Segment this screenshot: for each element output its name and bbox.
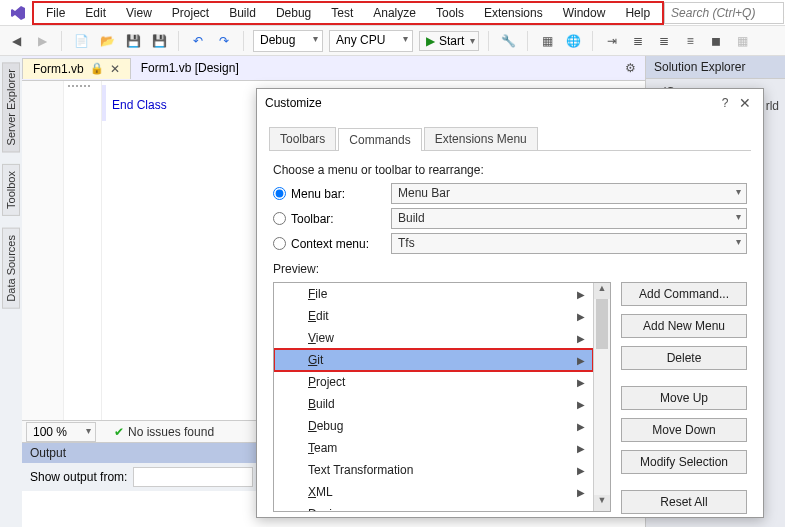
save-icon[interactable]: 💾 (123, 31, 143, 51)
preview-item-view[interactable]: View▶ (274, 327, 593, 349)
indent-icon[interactable]: ≣ (654, 31, 674, 51)
submenu-arrow-icon: ▶ (577, 289, 585, 300)
side-tab-data-sources[interactable]: Data Sources (2, 228, 20, 309)
undo-icon[interactable]: ↶ (188, 31, 208, 51)
nav-fwd-icon[interactable]: ▶ (32, 31, 52, 51)
platform-dropdown[interactable]: Any CPU (329, 30, 413, 52)
outline-margin (88, 81, 102, 420)
submenu-arrow-icon: ▶ (577, 509, 585, 512)
submenu-arrow-icon: ▶ (577, 377, 585, 388)
doc-tab-label: Form1.vb (33, 62, 84, 76)
scroll-thumb[interactable] (596, 299, 608, 349)
preview-item-team[interactable]: Team▶ (274, 437, 593, 459)
start-button[interactable]: ▶ Start (419, 31, 479, 51)
tab-commands[interactable]: Commands (338, 128, 421, 151)
radio-menu-bar[interactable]: Menu bar: (273, 187, 381, 201)
comment-icon[interactable]: ≡ (680, 31, 700, 51)
menu-extensions[interactable]: Extensions (474, 3, 553, 23)
menu-analyze[interactable]: Analyze (363, 3, 426, 23)
menu-project[interactable]: Project (162, 3, 219, 23)
instruction-label: Choose a menu or toolbar to rearrange: (273, 163, 747, 177)
submenu-arrow-icon: ▶ (577, 487, 585, 498)
more-icon[interactable]: ▦ (732, 31, 752, 51)
solution-explorer-title[interactable]: Solution Explorer (646, 56, 785, 79)
menu-edit[interactable]: Edit (75, 3, 116, 23)
preview-item-debug[interactable]: Debug▶ (274, 415, 593, 437)
menu-test[interactable]: Test (321, 3, 363, 23)
tab-options-icon[interactable]: ⚙ (621, 61, 639, 75)
add-new-menu-button[interactable]: Add New Menu (621, 314, 747, 338)
splitter-icon[interactable] (68, 85, 92, 95)
bookmark-icon[interactable]: ◼ (706, 31, 726, 51)
menu-window[interactable]: Window (553, 3, 616, 23)
preview-item-text-transformation[interactable]: Text Transformation▶ (274, 459, 593, 481)
open-icon[interactable]: 📂 (97, 31, 117, 51)
output-source-dropdown[interactable] (133, 467, 253, 487)
preview-scrollbar[interactable]: ▲ ▼ (593, 283, 610, 511)
submenu-arrow-icon: ▶ (577, 465, 585, 476)
doc-tab-inactive[interactable]: Form1.vb [Design] (131, 58, 249, 78)
menu-bar-dropdown[interactable]: Menu Bar (391, 183, 747, 204)
menu-tools[interactable]: Tools (426, 3, 474, 23)
preview-item-file[interactable]: File▶ (274, 283, 593, 305)
reset-all-button[interactable]: Reset All (621, 490, 747, 514)
close-icon[interactable]: ✕ (735, 95, 755, 111)
move-down-button[interactable]: Move Down (621, 418, 747, 442)
close-icon[interactable]: ✕ (110, 62, 120, 76)
menu-file[interactable]: File (36, 3, 75, 23)
start-label: Start (439, 34, 464, 48)
preview-list: File▶ Edit▶ View▶ Git▶ Project▶ Build▶ D… (273, 282, 611, 512)
preview-item-design[interactable]: Design▶ (274, 503, 593, 511)
preview-item-edit[interactable]: Edit▶ (274, 305, 593, 327)
move-up-button[interactable]: Move Up (621, 386, 747, 410)
preview-item-git[interactable]: Git▶ (274, 349, 593, 371)
browser-icon[interactable]: 🌐 (563, 31, 583, 51)
nav-back-icon[interactable]: ◀ (6, 31, 26, 51)
scroll-down-icon[interactable]: ▼ (594, 495, 610, 511)
radio-toolbar[interactable]: Toolbar: (273, 212, 381, 226)
search-input[interactable] (664, 2, 784, 24)
vs-logo-icon (10, 3, 26, 23)
submenu-arrow-icon: ▶ (577, 333, 585, 344)
outdent-icon[interactable]: ≣ (628, 31, 648, 51)
modify-selection-button[interactable]: Modify Selection (621, 450, 747, 474)
play-icon: ▶ (426, 34, 435, 48)
preview-item-build[interactable]: Build▶ (274, 393, 593, 415)
add-command-button[interactable]: Add Command... (621, 282, 747, 306)
editor-gutter (22, 81, 64, 420)
scroll-up-icon[interactable]: ▲ (594, 283, 610, 299)
delete-button[interactable]: Delete (621, 346, 747, 370)
submenu-arrow-icon: ▶ (577, 311, 585, 322)
menu-help[interactable]: Help (615, 3, 660, 23)
app-icon[interactable]: ▦ (537, 31, 557, 51)
preview-item-xml[interactable]: XML▶ (274, 481, 593, 503)
change-marker (102, 85, 106, 121)
new-project-icon[interactable]: 📄 (71, 31, 91, 51)
side-tab-server-explorer[interactable]: Server Explorer (2, 62, 20, 152)
check-icon: ✔ (114, 425, 124, 439)
radio-context-menu[interactable]: Context menu: (273, 237, 381, 251)
preview-label: Preview: (273, 262, 747, 276)
menu-view[interactable]: View (116, 3, 162, 23)
issues-status[interactable]: ✔ No issues found (114, 425, 214, 439)
lock-icon: 🔒 (90, 62, 104, 75)
customize-dialog: Customize ? ✕ Toolbars Commands Extensio… (256, 88, 764, 518)
left-tool-tabs: Server Explorer Toolbox Data Sources (0, 56, 22, 527)
side-tab-toolbox[interactable]: Toolbox (2, 164, 20, 216)
redo-icon[interactable]: ↷ (214, 31, 234, 51)
tab-toolbars[interactable]: Toolbars (269, 127, 336, 150)
toolbar-dropdown[interactable]: Build (391, 208, 747, 229)
zoom-dropdown[interactable]: 100 % (26, 422, 96, 442)
tool-icon[interactable]: 🔧 (498, 31, 518, 51)
help-icon[interactable]: ? (715, 96, 735, 110)
preview-item-project[interactable]: Project▶ (274, 371, 593, 393)
save-all-icon[interactable]: 💾 (149, 31, 169, 51)
menu-build[interactable]: Build (219, 3, 266, 23)
config-dropdown[interactable]: Debug (253, 30, 323, 52)
tab-extensions-menu[interactable]: Extensions Menu (424, 127, 538, 150)
context-menu-dropdown[interactable]: Tfs (391, 233, 747, 254)
svg-marker-0 (11, 6, 25, 20)
doc-tab-active[interactable]: Form1.vb 🔒 ✕ (22, 58, 131, 79)
step-icon[interactable]: ⇥ (602, 31, 622, 51)
menu-debug[interactable]: Debug (266, 3, 321, 23)
